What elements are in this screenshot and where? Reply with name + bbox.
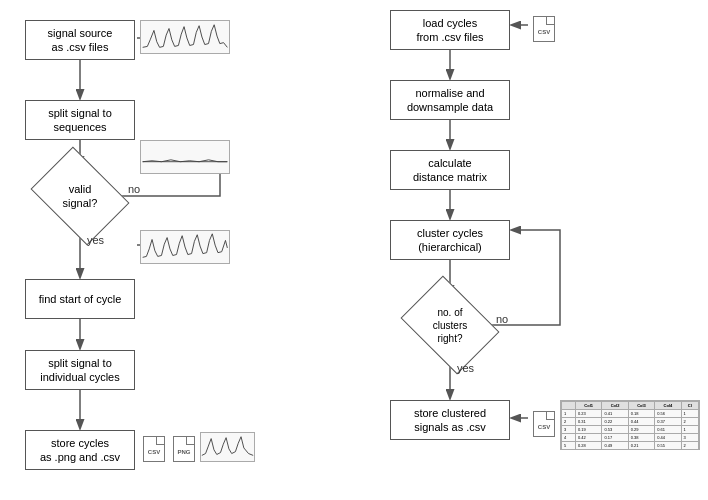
- valid-signal-label: validsignal?: [63, 182, 98, 211]
- store-cycles-box: store cycles as .png and .csv: [25, 430, 135, 470]
- split-sequences-label: split signal to sequences: [48, 106, 112, 135]
- signal-thumb-top: [140, 20, 230, 54]
- clusters-right-label: no. ofclustersright?: [433, 306, 467, 345]
- csv-icon-left: CSV: [140, 430, 168, 462]
- clusters-right-diamond: no. ofclustersright?: [410, 294, 490, 356]
- csv-file-icon-top: CSV: [533, 16, 555, 42]
- signal-thumb-no: [140, 140, 230, 174]
- csv-file-icon: CSV: [143, 436, 165, 462]
- split-sequences-box: split signal to sequences: [25, 100, 135, 140]
- store-clustered-label: store clustered signals as .csv: [414, 406, 486, 435]
- no-label-left: no: [128, 183, 140, 195]
- png-file-icon: PNG: [173, 436, 195, 462]
- signal-thumb-store: [200, 432, 255, 462]
- store-cycles-label: store cycles as .png and .csv: [40, 436, 120, 465]
- split-individual-label: split signal to individual cycles: [40, 356, 119, 385]
- yes-label-left: yes: [87, 234, 104, 246]
- png-icon-left: PNG: [170, 430, 198, 462]
- distance-matrix-label: calculate distance matrix: [413, 156, 487, 185]
- signal-source-label: signal source as .csv files: [48, 26, 113, 55]
- normalise-label: normalise and downsample data: [407, 86, 493, 115]
- cluster-cycles-box: cluster cycles (hierarchical): [390, 220, 510, 260]
- table-thumbnail: Col1Col2Col3Col4Cl 10.230.410.180.561 20…: [560, 400, 700, 450]
- valid-signal-diamond: validsignal?: [40, 166, 120, 226]
- load-cycles-label: load cycles from .csv files: [416, 16, 483, 45]
- csv-icon-right-top: CSV: [530, 10, 558, 42]
- split-individual-box: split signal to individual cycles: [25, 350, 135, 390]
- csv-icon-right-bottom: CSV: [530, 405, 558, 437]
- find-start-box: find start of cycle: [25, 279, 135, 319]
- cluster-cycles-label: cluster cycles (hierarchical): [417, 226, 483, 255]
- no-label-right: no: [496, 313, 508, 325]
- distance-matrix-box: calculate distance matrix: [390, 150, 510, 190]
- signal-thumb-yes: [140, 230, 230, 264]
- yes-label-right: yes: [457, 362, 474, 374]
- find-start-label: find start of cycle: [39, 292, 122, 306]
- normalise-box: normalise and downsample data: [390, 80, 510, 120]
- csv-file-icon-bottom: CSV: [533, 411, 555, 437]
- load-cycles-box: load cycles from .csv files: [390, 10, 510, 50]
- signal-source-box: signal source as .csv files: [25, 20, 135, 60]
- store-clustered-box: store clustered signals as .csv: [390, 400, 510, 440]
